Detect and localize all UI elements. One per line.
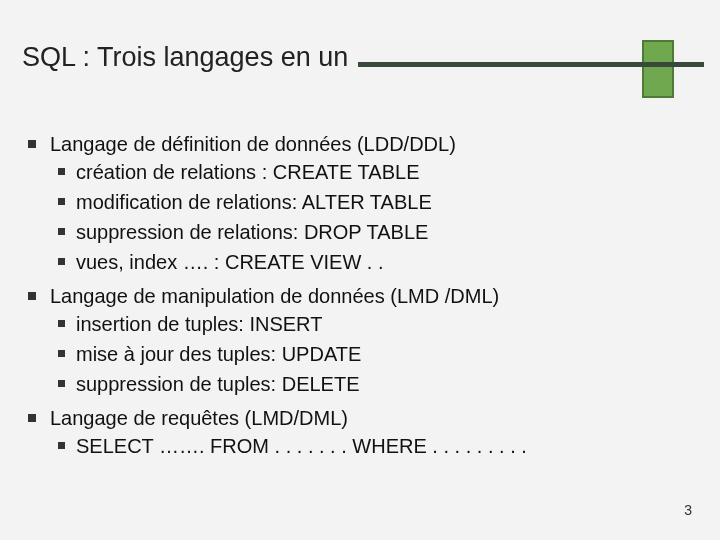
bullet-lmd-query: Langage de requêtes (LMD/DML) SELECT …….… — [22, 404, 680, 460]
title-bar: SQL : Trois langages en un — [16, 40, 704, 100]
page-number: 3 — [684, 502, 692, 518]
sub-select: SELECT ……. FROM . . . . . . . WHERE . . … — [50, 432, 680, 460]
sub-create-view: vues, index …. : CREATE VIEW . . — [50, 248, 680, 276]
slide: SQL : Trois langages en un Langage de dé… — [0, 0, 720, 540]
sub-update: mise à jour des tuples: UPDATE — [50, 340, 680, 368]
sub-drop-table: suppression de relations: DROP TABLE — [50, 218, 680, 246]
bullet-lmd-manip-text: Langage de manipulation de données (LMD … — [50, 285, 499, 307]
bullet-ldd-text: Langage de définition de données (LDD/DD… — [50, 133, 456, 155]
slide-title: SQL : Trois langages en un — [16, 40, 358, 75]
sub-create-table: création de relations : CREATE TABLE — [50, 158, 680, 186]
bullet-ldd: Langage de définition de données (LDD/DD… — [22, 130, 680, 276]
sub-delete: suppression de tuples: DELETE — [50, 370, 680, 398]
accent-green-box — [642, 40, 674, 98]
slide-content: Langage de définition de données (LDD/DD… — [22, 130, 680, 466]
bullet-lmd-manip: Langage de manipulation de données (LMD … — [22, 282, 680, 398]
sub-insert: insertion de tuples: INSERT — [50, 310, 680, 338]
sub-alter-table: modification de relations: ALTER TABLE — [50, 188, 680, 216]
bullet-lmd-query-text: Langage de requêtes (LMD/DML) — [50, 407, 348, 429]
